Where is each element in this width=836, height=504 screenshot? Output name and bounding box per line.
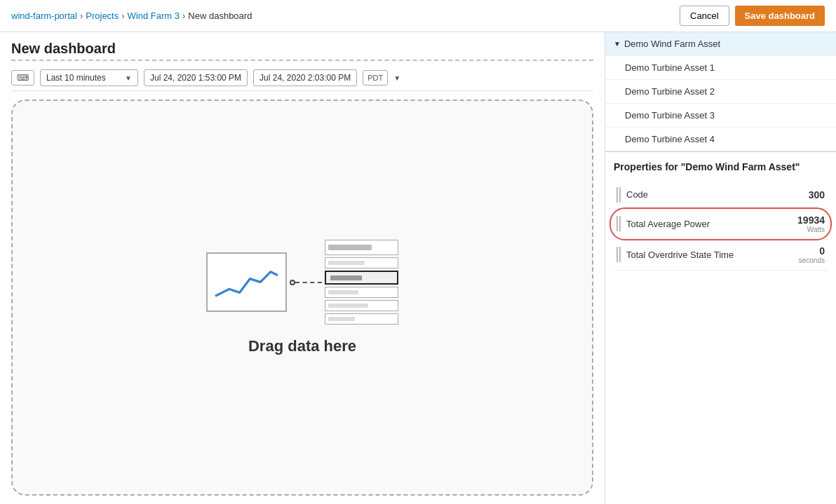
property-value-power: 19934 Watts [797,214,825,233]
time-start: Jul 24, 2020 1:53:00 PM [144,69,248,86]
asset-item-turbine-1[interactable]: Demo Turbine Asset 1 [605,56,836,80]
asset-tree: ▼ Demo Wind Farm Asset Demo Turbine Asse… [605,32,836,152]
property-num-code: 300 [809,189,825,200]
drop-zone[interactable]: Drag data here [11,100,593,496]
property-num-overdrive: 0 [799,245,825,257]
cancel-button[interactable]: Cancel [680,6,729,26]
drag-handle-power [616,216,621,231]
asset-item-demo-wind-farm[interactable]: ▼ Demo Wind Farm Asset [605,32,836,56]
property-unit-overdrive: seconds [799,257,825,264]
dropdown-arrow: ▼ [125,74,132,82]
server-widget [325,240,398,325]
breadcrumb-windportal[interactable]: wind-farm-portal [11,11,77,21]
time-end: Jul 24, 2020 2:03:00 PM [253,69,357,86]
save-dashboard-button[interactable]: Save dashboard [735,6,825,26]
breadcrumb-windfarm3[interactable]: Wind Farm 3 [128,11,180,21]
right-panel: ▼ Demo Wind Farm Asset Demo Turbine Asse… [605,32,836,504]
property-name-overdrive: Total Overdrive State Time [626,250,799,260]
property-unit-power: Watts [797,226,825,233]
connector [290,280,322,285]
drop-area-label: Drag data here [248,337,356,355]
timezone-badge: PDT [363,70,388,86]
drag-handle-code [616,187,621,203]
asset-item-turbine-3[interactable]: Demo Turbine Asset 3 [605,104,836,128]
asset-label-1: Demo Turbine Asset 1 [625,62,715,73]
timezone-arrow: ▼ [393,74,400,82]
property-value-overdrive: 0 seconds [799,245,825,264]
property-value-code: 300 [809,189,825,200]
breadcrumb-projects[interactable]: Projects [86,11,119,21]
connector-dot [290,280,295,285]
time-range-select[interactable]: Last 10 minutes ▼ [40,69,138,86]
properties-panel: Properties for "Demo Wind Farm Asset" Co… [605,152,836,279]
properties-title: Properties for "Demo Wind Farm Asset" [614,161,828,175]
breadcrumb-sep1: › [80,11,83,21]
breadcrumb-sep3: › [182,11,185,21]
asset-label-2: Demo Turbine Asset 2 [625,86,715,97]
asset-item-turbine-4[interactable]: Demo Turbine Asset 4 [605,128,836,151]
property-name-code: Code [626,189,809,200]
property-num-power: 19934 [797,214,825,226]
property-row-total-avg-power: Total Average Power 19934 Watts [614,209,828,240]
asset-label-3: Demo Turbine Asset 3 [625,110,715,121]
page-title: New dashboard [11,41,593,61]
time-range-label: Last 10 minutes [46,73,106,83]
asset-item-turbine-2[interactable]: Demo Turbine Asset 2 [605,80,836,104]
breadcrumb: wind-farm-portal › Projects › Wind Farm … [11,11,252,21]
property-name-power: Total Average Power [626,219,797,229]
breadcrumb-sep2: › [121,11,124,21]
property-row-overdrive: Total Overdrive State Time 0 seconds [614,240,828,271]
drag-handle-overdrive [616,247,621,262]
asset-label-4: Demo Turbine Asset 4 [625,134,715,144]
drop-illustration [206,240,398,325]
keyboard-icon: ⌨ [11,70,34,86]
expand-triangle: ▼ [614,40,621,48]
connector-line [295,282,322,283]
breadcrumb-current: New dashboard [188,11,252,21]
chart-widget [206,252,287,312]
asset-label-0: Demo Wind Farm Asset [624,39,720,49]
property-row-code: Code 300 [614,182,828,209]
